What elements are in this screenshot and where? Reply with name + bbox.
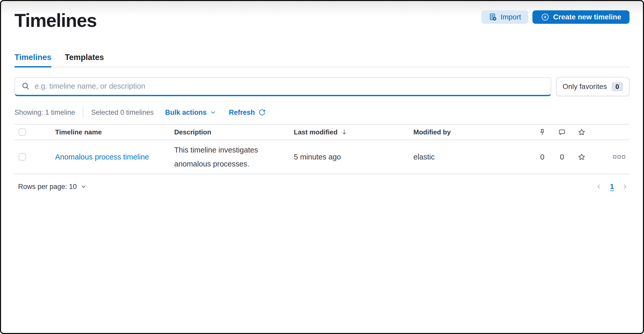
- star-icon: [578, 128, 586, 136]
- pinned-count: 0: [532, 153, 552, 161]
- timeline-last-modified: 5 minutes ago: [294, 153, 413, 161]
- refresh-icon: [258, 109, 266, 116]
- row-actions-button[interactable]: [613, 155, 625, 159]
- only-favorites-label: Only favorites: [562, 82, 607, 91]
- table-row: Anomalous process timeline This timeline…: [14, 140, 630, 174]
- select-all-checkbox[interactable]: [19, 128, 26, 136]
- search-icon: [21, 82, 30, 91]
- rows-per-page-button[interactable]: Rows per page: 10: [18, 183, 87, 191]
- rows-per-page-label: Rows per page: 10: [18, 183, 77, 191]
- utility-bar: Showing: 1 timeline Selected 0 timelines…: [14, 108, 630, 117]
- timelines-table: Timeline name Description Last modified …: [14, 124, 630, 174]
- timeline-description: This timeline investigates anomalous pro…: [174, 143, 294, 171]
- page-title: Timelines: [14, 10, 97, 31]
- tab-bar: Timelines Templates: [14, 52, 630, 67]
- comment-count: 0: [552, 153, 572, 161]
- import-icon: [489, 13, 497, 21]
- favorite-star-button[interactable]: [578, 153, 586, 161]
- create-new-timeline-button[interactable]: Create new timeline: [532, 10, 630, 24]
- create-button-label: Create new timeline: [553, 13, 621, 21]
- timelines-page: Timelines Import: [1, 1, 643, 191]
- table-header-row: Timeline name Description Last modified …: [14, 124, 630, 140]
- only-favorites-button[interactable]: Only favorites 0: [556, 77, 630, 96]
- chevron-left-icon[interactable]: [595, 183, 603, 190]
- chevron-down-icon: [210, 109, 216, 116]
- showing-count-text: Showing: 1 timeline: [14, 109, 75, 117]
- header-timeline-name[interactable]: Timeline name: [55, 128, 174, 136]
- search-box: [14, 77, 551, 96]
- sort-down-icon: [341, 128, 348, 136]
- plus-in-circle-icon: [541, 13, 550, 21]
- chevron-down-icon: [80, 184, 87, 190]
- refresh-button[interactable]: Refresh: [229, 109, 266, 117]
- row-checkbox[interactable]: [19, 153, 26, 161]
- header-last-modified[interactable]: Last modified: [294, 128, 413, 136]
- tab-templates[interactable]: Templates: [65, 52, 104, 67]
- bulk-actions-button[interactable]: Bulk actions: [165, 109, 217, 117]
- bulk-actions-label: Bulk actions: [165, 109, 207, 117]
- refresh-label: Refresh: [229, 109, 255, 117]
- header-favorite-column: [572, 128, 591, 136]
- app-window: Timelines Import: [0, 0, 644, 334]
- search-input[interactable]: [35, 82, 545, 90]
- selected-count-text: Selected 0 timelines: [91, 109, 154, 117]
- pagination: 1: [595, 183, 628, 191]
- header-actions: Import Create new timeline: [481, 10, 630, 24]
- pin-icon: [538, 128, 546, 136]
- chevron-right-icon[interactable]: [621, 183, 628, 190]
- import-button[interactable]: Import: [481, 10, 528, 24]
- header-comments-column: [552, 128, 572, 136]
- import-button-label: Import: [501, 13, 521, 21]
- page-header: Timelines Import: [14, 1, 630, 31]
- header-last-modified-label: Last modified: [294, 128, 338, 136]
- header-modified-by[interactable]: Modified by: [413, 128, 532, 136]
- table-footer: Rows per page: 10 1: [14, 183, 630, 191]
- tab-timelines[interactable]: Timelines: [14, 52, 51, 67]
- search-row: Only favorites 0: [14, 77, 630, 96]
- header-description[interactable]: Description: [174, 128, 294, 136]
- timeline-modified-by: elastic: [413, 153, 532, 161]
- favorites-count-badge: 0: [612, 82, 623, 91]
- comment-icon: [558, 128, 566, 136]
- page-number-1[interactable]: 1: [610, 183, 614, 191]
- vertical-divider: [83, 108, 83, 117]
- header-pin-column: [532, 128, 552, 136]
- timeline-name-link[interactable]: Anomalous process timeline: [55, 153, 149, 161]
